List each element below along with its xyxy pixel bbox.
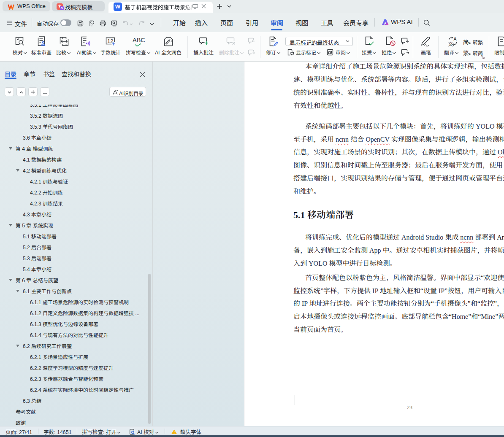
svg-text:A: A (454, 36, 457, 41)
svg-text:文: 文 (448, 40, 453, 46)
svg-text:12: 12 (107, 38, 113, 44)
